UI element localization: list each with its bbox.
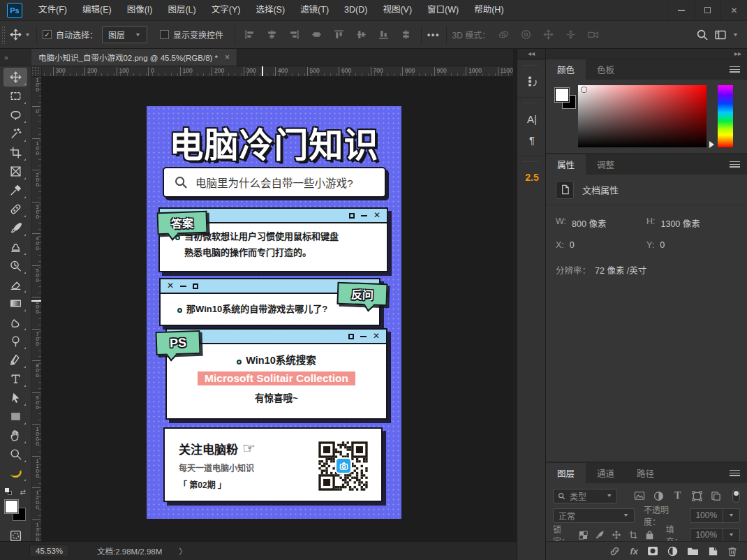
3d-orbit-icon[interactable] <box>494 26 512 44</box>
menu-item[interactable]: 文件(F) <box>31 0 75 20</box>
layer-filter-dropdown[interactable]: 类型 ▼ <box>553 489 617 503</box>
path-selection-tool[interactable] <box>3 388 27 407</box>
frame-tool[interactable] <box>3 162 27 181</box>
tab-properties[interactable]: 属性 <box>546 154 586 175</box>
filter-pixel-layers-icon[interactable] <box>633 489 646 503</box>
document-size-info[interactable]: 文档:2.98M/2.98M <box>97 545 162 557</box>
dodge-tool[interactable] <box>3 332 27 351</box>
pen-tool[interactable] <box>3 351 27 369</box>
document-tab[interactable]: 电脑小知识_自带小游戏02.png @ 45.5%(RGB/8) * × <box>31 49 237 66</box>
default-colors-icon[interactable] <box>5 488 12 495</box>
ruler-corner[interactable] <box>31 66 42 77</box>
move-tool[interactable] <box>3 68 27 87</box>
filter-toggle[interactable] <box>732 489 740 503</box>
magic-wand-tool[interactable] <box>3 124 27 143</box>
3d-roll-icon[interactable] <box>517 26 535 44</box>
menu-item[interactable]: 3D(D) <box>336 0 375 20</box>
3d-camera-icon[interactable] <box>584 26 602 44</box>
dock-collapse-icon[interactable]: ◂◂ <box>528 50 535 57</box>
lock-pixels-icon[interactable] <box>593 528 605 542</box>
tab-color[interactable]: 颜色 <box>546 59 586 80</box>
menu-item[interactable]: 选择(S) <box>248 0 293 20</box>
poster-document[interactable]: 电脑冷门知识 电脑里为什么会自带一些小游戏? ✕ 当初微软想让用户习惯使用鼠标和… <box>147 106 401 519</box>
filter-smart-objects-icon[interactable] <box>709 489 723 503</box>
align-left-icon[interactable] <box>241 26 259 44</box>
canvas-area[interactable]: 电脑冷门知识 电脑里为什么会自带一些小游戏? ✕ 当初微软想让用户习惯使用鼠标和… <box>42 77 513 541</box>
lock-transparent-icon[interactable] <box>577 528 589 542</box>
filter-type-layers-icon[interactable]: T <box>670 489 684 503</box>
align-center-strip-icon[interactable] <box>308 26 326 44</box>
panel-menu-icon[interactable] <box>730 66 740 73</box>
tab-adjustments[interactable]: 调整 <box>586 154 626 175</box>
tab-swatches[interactable]: 色板 <box>586 59 626 80</box>
3d-pan-icon[interactable] <box>539 26 557 44</box>
zoom-tool[interactable] <box>3 445 27 464</box>
link-icon[interactable] <box>609 545 621 557</box>
color-picker-marker[interactable] <box>582 87 586 92</box>
workspace-icon[interactable] <box>711 26 730 44</box>
menu-item[interactable]: 视图(V) <box>375 0 420 20</box>
spot-healing-tool[interactable] <box>3 200 27 219</box>
tab-close-icon[interactable]: × <box>225 52 230 62</box>
rectangular-marquee-tool[interactable] <box>3 87 27 105</box>
lock-artboard-icon[interactable] <box>627 528 639 542</box>
tab-layers[interactable]: 图层 <box>546 463 586 483</box>
type-tool[interactable] <box>3 369 27 388</box>
hand-tool[interactable] <box>3 426 27 445</box>
align-middle-v-icon[interactable] <box>353 26 371 44</box>
close-button[interactable]: ✕ <box>720 0 747 21</box>
auto-select-dropdown[interactable]: 图层 ▼ <box>102 26 147 43</box>
crop-tool[interactable] <box>3 143 27 162</box>
menu-item[interactable]: 滤镜(T) <box>293 0 336 20</box>
lock-position-icon[interactable] <box>610 528 622 542</box>
menu-item[interactable]: 帮助(H) <box>466 0 511 20</box>
minimize-button[interactable] <box>667 0 694 21</box>
menu-item[interactable]: 图层(L) <box>160 0 203 20</box>
show-transform-checkbox[interactable] <box>160 30 169 39</box>
blend-mode-dropdown[interactable]: 正常 ▼ <box>553 508 635 523</box>
new-layer-icon[interactable] <box>708 546 718 557</box>
opacity-field[interactable]: 100% ▼ <box>690 508 740 523</box>
search-icon[interactable] <box>693 26 711 44</box>
trash-icon[interactable] <box>727 546 737 557</box>
menu-item[interactable]: 窗口(W) <box>420 0 466 20</box>
options-gripper[interactable] <box>1 26 6 44</box>
paragraph-panel-icon[interactable]: ¶ <box>517 129 547 150</box>
align-bottom-icon[interactable] <box>375 26 393 44</box>
vertical-ruler[interactable]: 1000100200300400500600700800900100011001… <box>31 77 42 541</box>
maximize-button[interactable] <box>694 0 720 21</box>
panel-menu-icon[interactable] <box>730 470 740 476</box>
align-right-icon[interactable] <box>286 26 304 44</box>
3d-slide-icon[interactable] <box>561 26 579 44</box>
swap-colors-icon[interactable]: ⇄ <box>20 488 26 496</box>
25d-panel-icon[interactable]: 2.5 <box>517 167 547 188</box>
eraser-tool[interactable] <box>3 275 27 294</box>
fill-field[interactable]: 100% ▼ <box>690 528 740 543</box>
lock-all-icon[interactable] <box>644 528 656 542</box>
color-swatches[interactable] <box>5 500 26 521</box>
status-chevron-icon[interactable]: 〉 <box>179 545 187 557</box>
character-panel-icon[interactable]: A| <box>517 108 547 129</box>
gradient-tool[interactable] <box>3 294 27 313</box>
align-top-icon[interactable] <box>330 26 348 44</box>
saturation-brightness-field[interactable] <box>578 85 707 147</box>
eyedropper-tool[interactable] <box>3 181 27 200</box>
foreground-color-swatch[interactable] <box>555 88 569 102</box>
group-folder-icon[interactable] <box>687 546 699 556</box>
clone-stamp-tool[interactable] <box>3 237 27 256</box>
layer-mask-icon[interactable] <box>647 546 658 556</box>
foreground-color-swatch[interactable] <box>5 500 18 513</box>
menu-item[interactable]: 图像(I) <box>119 0 161 20</box>
panel-menu-icon[interactable] <box>730 161 740 168</box>
fx-icon[interactable]: fx <box>630 546 638 557</box>
history-brush-tool[interactable] <box>3 256 27 275</box>
dock-expand-icon[interactable]: ▸▸ <box>734 50 741 57</box>
brush-tool[interactable] <box>3 219 27 237</box>
horizontal-ruler[interactable]: 3002001000100200300400500600700800900100… <box>31 66 513 77</box>
align-center-h-icon[interactable] <box>263 26 281 44</box>
rectangle-tool[interactable] <box>3 407 27 426</box>
filter-shape-layers-icon[interactable] <box>690 489 704 503</box>
chevron-down-icon[interactable]: ▼ <box>24 32 31 38</box>
auto-select-checkbox[interactable]: ✓ <box>43 30 52 39</box>
zoom-level-field[interactable]: 45.53% <box>29 545 69 557</box>
